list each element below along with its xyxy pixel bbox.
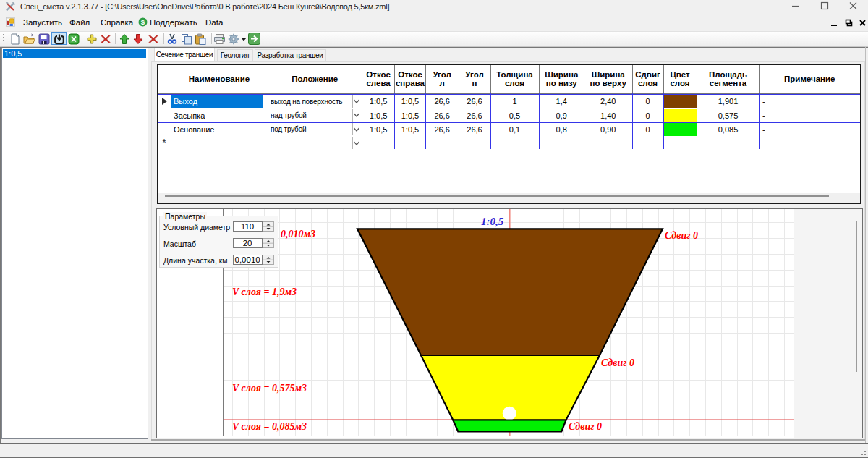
svg-text:$: $: [141, 18, 145, 26]
